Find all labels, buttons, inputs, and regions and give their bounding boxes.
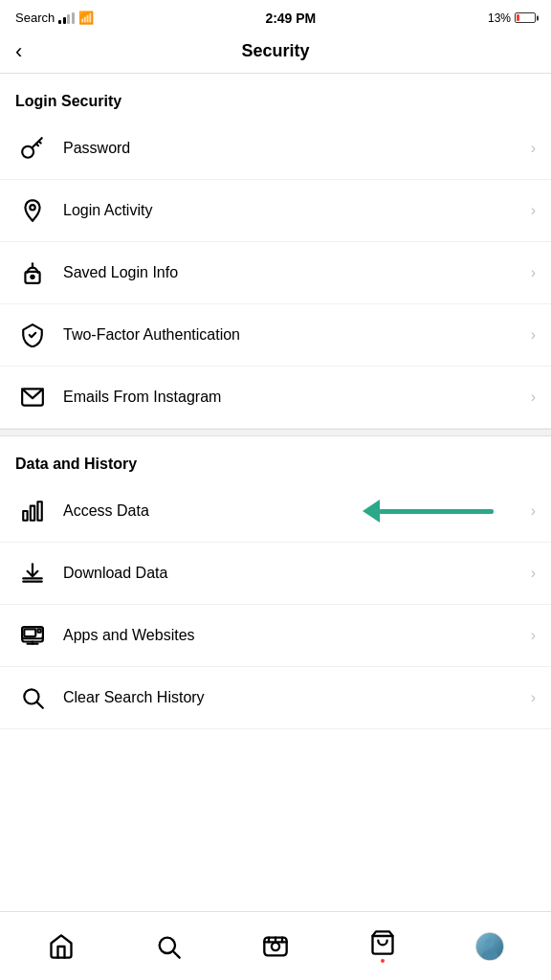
menu-item-two-factor[interactable]: Two-Factor Authentication › bbox=[0, 304, 551, 367]
chevron-icon-login-activity: › bbox=[531, 202, 536, 219]
status-right: 13% bbox=[488, 11, 536, 25]
svg-rect-7 bbox=[31, 506, 34, 521]
download-icon bbox=[15, 556, 50, 590]
svg-point-4 bbox=[31, 276, 33, 278]
tab-search[interactable] bbox=[115, 912, 222, 980]
menu-item-saved-login[interactable]: Saved Login Info › bbox=[0, 242, 551, 304]
chevron-icon-download-data: › bbox=[531, 565, 536, 582]
tab-home[interactable] bbox=[8, 912, 115, 980]
menu-item-download-data[interactable]: Download Data › bbox=[0, 543, 551, 605]
menu-item-access-data[interactable]: Access Data › bbox=[0, 480, 551, 543]
svg-point-23 bbox=[272, 942, 279, 949]
chevron-icon-access-data: › bbox=[531, 502, 536, 520]
page-title: Security bbox=[241, 41, 309, 61]
chevron-icon-apps-websites: › bbox=[531, 627, 536, 644]
status-left: Search 📶 bbox=[15, 11, 94, 25]
svg-point-30 bbox=[485, 938, 494, 947]
chevron-icon-clear-search: › bbox=[531, 689, 536, 706]
menu-label-login-activity: Login Activity bbox=[63, 202, 531, 219]
section-header-login: Login Security bbox=[0, 74, 551, 118]
arrow-line bbox=[379, 509, 494, 514]
arrow-head-icon bbox=[363, 500, 380, 523]
menu-label-download-data: Download Data bbox=[63, 565, 531, 582]
tab-profile[interactable] bbox=[436, 912, 543, 980]
battery-percent: 13% bbox=[488, 11, 511, 25]
svg-line-19 bbox=[37, 702, 43, 708]
lock-key-icon bbox=[15, 256, 50, 290]
search-tab-icon bbox=[155, 933, 182, 960]
svg-rect-6 bbox=[23, 511, 27, 521]
menu-item-clear-search[interactable]: Clear Search History › bbox=[0, 667, 551, 729]
chevron-icon-emails: › bbox=[531, 389, 536, 406]
key-icon bbox=[15, 131, 50, 166]
wifi-icon: 📶 bbox=[78, 11, 94, 25]
reels-icon bbox=[262, 933, 289, 960]
monitor-icon bbox=[15, 618, 50, 653]
tab-reels[interactable] bbox=[222, 912, 329, 980]
location-pin-icon bbox=[15, 193, 50, 228]
nav-header: ‹ Security bbox=[0, 32, 551, 74]
shop-notification-dot bbox=[381, 959, 385, 963]
chevron-icon-saved-login: › bbox=[531, 264, 536, 281]
access-data-arrow bbox=[363, 500, 494, 523]
menu-label-emails: Emails From Instagram bbox=[63, 389, 531, 406]
bag-icon bbox=[369, 929, 396, 956]
section-header-data: Data and History bbox=[0, 436, 551, 480]
avatar bbox=[475, 932, 504, 961]
chevron-icon-password: › bbox=[531, 140, 536, 157]
carrier-text: Search bbox=[15, 11, 55, 25]
menu-label-apps-websites: Apps and Websites bbox=[63, 627, 531, 644]
svg-rect-8 bbox=[37, 501, 41, 521]
search-icon bbox=[15, 680, 50, 715]
back-button[interactable]: ‹ bbox=[15, 41, 22, 62]
menu-label-clear-search: Clear Search History bbox=[63, 689, 531, 706]
bar-chart-icon bbox=[15, 494, 50, 528]
menu-label-password: Password bbox=[63, 140, 531, 157]
svg-line-21 bbox=[173, 951, 179, 957]
menu-item-apps-websites[interactable]: Apps and Websites › bbox=[0, 605, 551, 667]
shield-check-icon bbox=[15, 318, 50, 352]
menu-label-saved-login: Saved Login Info bbox=[63, 264, 531, 281]
signal-icon bbox=[58, 12, 75, 24]
status-bar: Search 📶 2:49 PM 13% bbox=[0, 0, 551, 32]
battery-icon bbox=[515, 12, 536, 23]
menu-label-two-factor: Two-Factor Authentication bbox=[63, 326, 531, 344]
email-icon bbox=[15, 380, 50, 414]
tab-shop[interactable] bbox=[329, 912, 436, 980]
chevron-icon-two-factor: › bbox=[531, 326, 536, 344]
menu-item-emails[interactable]: Emails From Instagram › bbox=[0, 367, 551, 429]
svg-point-1 bbox=[30, 205, 34, 210]
content-area: Login Security Password › Login Activity… bbox=[0, 74, 551, 806]
tab-bar bbox=[0, 911, 551, 980]
status-time: 2:49 PM bbox=[265, 11, 316, 26]
home-icon bbox=[48, 933, 75, 960]
menu-item-password[interactable]: Password › bbox=[0, 118, 551, 180]
section-divider bbox=[0, 429, 551, 436]
menu-item-login-activity[interactable]: Login Activity › bbox=[0, 180, 551, 242]
